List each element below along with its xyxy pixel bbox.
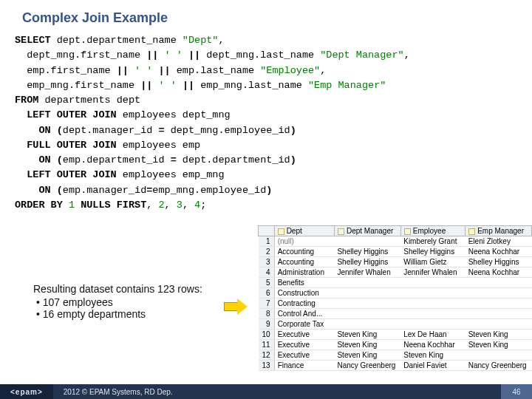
bullet-item: 107 employees bbox=[36, 296, 225, 308]
column-icon bbox=[468, 228, 475, 235]
table-row: 6Construction bbox=[259, 288, 532, 299]
table-row: 2AccountingShelley HigginsShelley Higgin… bbox=[259, 247, 532, 257]
arrow-icon bbox=[224, 299, 249, 314]
column-icon bbox=[278, 228, 284, 235]
copyright-text: 2012 © EPAM Systems, RD Dep. bbox=[53, 388, 501, 396]
result-table: Dept Dept Manager Employee Emp Manager 1… bbox=[258, 225, 532, 371]
slide-title: Complex Join Example bbox=[0, 0, 532, 33]
table-row: 13FinanceNancy GreenbergDaniel FavietNan… bbox=[259, 361, 532, 371]
table-row: 1(null)Kimberely GrantEleni Zlotkey bbox=[259, 236, 532, 247]
table-row: 4AdministrationJennifer WhalenJennifer W… bbox=[259, 267, 532, 278]
summary-line: Resulting dataset contains 123 rows: bbox=[33, 283, 225, 295]
table-row: 12ExecutiveSteven KingSteven King bbox=[259, 350, 532, 361]
sql-code-block: SELECT dept.department_name "Dept", dept… bbox=[0, 33, 532, 213]
brand-logo: <epam> bbox=[0, 384, 53, 399]
table-row: 8Control And... bbox=[259, 309, 532, 319]
col-header-dept: Dept bbox=[274, 226, 334, 236]
table-row: 7Contracting bbox=[259, 299, 532, 309]
table-row: 9Corporate Tax bbox=[259, 319, 532, 330]
table-row: 5Benefits bbox=[259, 278, 532, 288]
footer-bar: <epam> 2012 © EPAM Systems, RD Dep. 46 bbox=[0, 384, 532, 399]
summary-bullets: 107 employees 16 empty departments bbox=[33, 296, 225, 320]
summary-block: Resulting dataset contains 123 rows: 107… bbox=[33, 283, 225, 320]
bullet-item: 16 empty departments bbox=[36, 308, 225, 320]
column-icon bbox=[404, 228, 411, 235]
col-header-employee: Employee bbox=[400, 226, 465, 236]
table-row: 3AccountingShelley HigginsWilliam GietzS… bbox=[259, 257, 532, 267]
table-header-row: Dept Dept Manager Employee Emp Manager bbox=[259, 226, 532, 236]
table-row: 11ExecutiveSteven KingNeena KochharSteve… bbox=[259, 340, 532, 350]
col-header-emp-manager: Emp Manager bbox=[466, 226, 532, 236]
column-icon bbox=[338, 228, 344, 235]
page-number: 46 bbox=[501, 384, 532, 399]
table-row: 10ExecutiveSteven KingLex De HaanSteven … bbox=[259, 330, 532, 340]
rownum-header bbox=[259, 226, 275, 236]
col-header-dept-manager: Dept Manager bbox=[334, 226, 400, 236]
